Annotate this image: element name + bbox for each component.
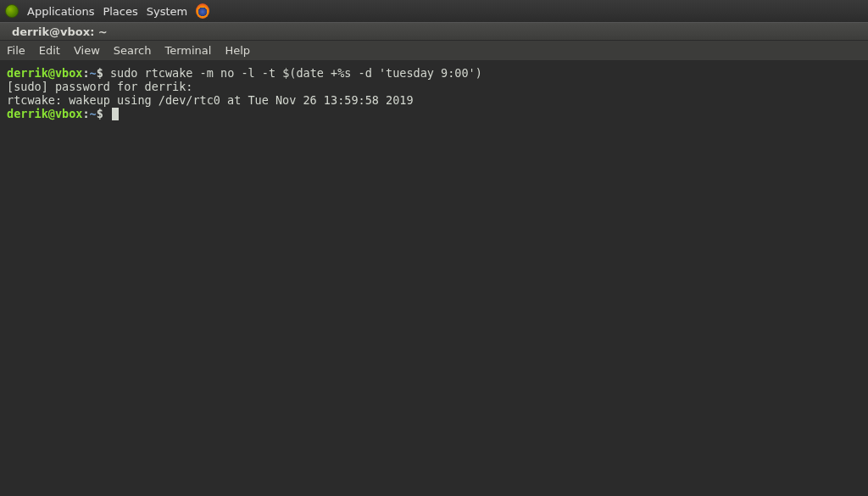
menu-terminal[interactable]: Terminal — [164, 44, 211, 57]
prompt-dollar: $ — [97, 66, 103, 80]
gnome-logo-icon[interactable] — [5, 4, 19, 18]
menu-edit[interactable]: Edit — [39, 44, 60, 57]
cursor-block — [112, 108, 119, 120]
prompt-user: derrik@vbox — [7, 66, 82, 80]
output-line-3: rtcwake: wakeup using /dev/rtc0 at Tue N… — [7, 93, 861, 107]
panel-applications[interactable]: Applications — [27, 5, 94, 18]
prompt-user: derrik@vbox — [7, 107, 82, 120]
menu-file[interactable]: File — [7, 44, 25, 57]
menu-view[interactable]: View — [74, 44, 100, 57]
prompt-dollar: $ — [97, 107, 103, 120]
menu-search[interactable]: Search — [114, 44, 152, 57]
firefox-icon[interactable] — [196, 4, 209, 18]
prompt-path: ~ — [90, 66, 97, 80]
prompt-colon: : — [82, 66, 89, 80]
top-panel: Applications Places System — [0, 0, 868, 22]
window-title: derrik@vbox: ~ — [12, 25, 108, 38]
panel-places[interactable]: Places — [103, 5, 137, 18]
menu-bar: File Edit View Search Terminal Help — [0, 41, 868, 61]
terminal-output[interactable]: derrik@vbox:~$ sudo rtcwake -m no -l -t … — [0, 61, 868, 496]
command-line-1: sudo rtcwake -m no -l -t $(date +%s -d '… — [103, 66, 482, 80]
prompt-path: ~ — [90, 107, 97, 120]
window-title-bar[interactable]: derrik@vbox: ~ — [0, 22, 868, 41]
output-line-2: [sudo] password for derrik: — [7, 80, 861, 93]
prompt-colon: : — [82, 107, 89, 120]
panel-system[interactable]: System — [147, 5, 187, 18]
menu-help[interactable]: Help — [225, 44, 250, 57]
command-line-4 — [103, 107, 110, 120]
